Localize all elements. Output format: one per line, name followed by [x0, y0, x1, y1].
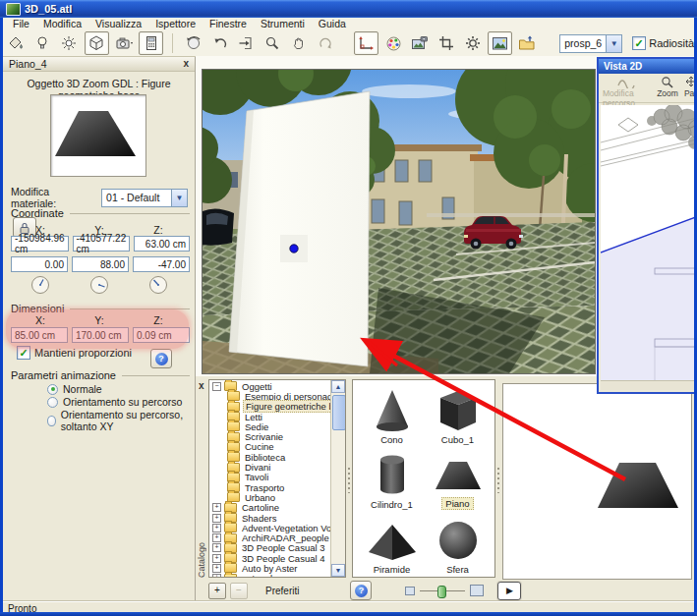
view-select-arrow-icon[interactable]: ▼ — [606, 35, 621, 52]
menu-modifica[interactable]: Modifica — [37, 18, 87, 30]
gallery-item-cono[interactable]: Cono — [359, 382, 425, 447]
menu-visualizza[interactable]: Visualizza — [89, 18, 147, 30]
menu-file[interactable]: File — [7, 18, 35, 30]
zoom-tool[interactable]: Zoom — [657, 76, 678, 98]
rotation-dial-z[interactable] — [148, 275, 168, 295]
radio-orientamento-xy-control[interactable] — [47, 416, 56, 426]
inspector-titlebar[interactable]: Piano_4 x — [3, 57, 195, 72]
vista-2d-hscrollbar[interactable] — [601, 380, 697, 390]
radio-normale-control[interactable] — [47, 384, 58, 395]
catalog-tab-label: Catalogo — [197, 542, 206, 578]
radio-orientamento-percorso[interactable]: Orientamento su percorso — [47, 396, 182, 408]
material-select[interactable]: 01 - Default ▼ — [101, 189, 188, 207]
radio-normale[interactable]: Normale — [47, 383, 102, 395]
position-y-field[interactable]: -410577.22 cm — [73, 236, 131, 252]
expand-icon[interactable]: + — [212, 533, 221, 542]
expand-icon[interactable]: + — [212, 514, 221, 523]
rotation-fields: 0.00 88.00 -47.00 — [11, 256, 190, 272]
expand-icon[interactable]: + — [212, 543, 221, 552]
modifica-percorso-tool[interactable]: Modifica percorso — [603, 76, 651, 108]
crop-icon[interactable] — [435, 32, 457, 54]
rotate-view-icon[interactable] — [315, 32, 337, 54]
collapse-icon[interactable]: − — [212, 382, 221, 391]
view-select[interactable]: prosp_6 ▼ — [559, 34, 622, 53]
tree-item[interactable]: +auto_alex — [210, 574, 330, 578]
gallery-item-piramide[interactable]: Piramide — [359, 512, 425, 577]
path-wave-icon — [616, 76, 638, 88]
object-gallery[interactable]: Cono Cubo_1 Cilindro_1 Piano Piramide Sf… — [352, 379, 495, 578]
expand-icon[interactable]: + — [212, 524, 221, 532]
shaders-palette-icon[interactable] — [382, 32, 405, 54]
axes-icon[interactable] — [354, 31, 378, 55]
position-x-field[interactable]: -150984.96 cm — [11, 236, 69, 252]
cone-icon — [369, 387, 416, 432]
gallery-item-cilindro[interactable]: Cilindro_1 — [359, 447, 425, 512]
menu-ispettore[interactable]: Ispettore — [149, 18, 202, 30]
material-select-arrow-icon[interactable]: ▼ — [171, 190, 187, 206]
scroll-down-icon[interactable]: ▼ — [331, 564, 345, 577]
menu-finestre[interactable]: Finestre — [203, 18, 253, 30]
dimension-z-field[interactable]: 0.09 cm — [133, 327, 190, 343]
radio-orientamento-xy[interactable]: Orientamento su percorso, soltanto XY — [47, 409, 195, 432]
pan-hand-icon[interactable] — [288, 32, 311, 54]
expand-icon[interactable]: + — [212, 564, 221, 573]
render-panel-icon[interactable] — [139, 31, 163, 55]
scroll-thumb[interactable] — [332, 395, 346, 430]
catalog-help-button[interactable]: ? — [350, 581, 372, 600]
gallery-preview-splitter[interactable] — [495, 379, 501, 578]
rotation-dials — [11, 275, 188, 295]
play-button[interactable]: ▶ — [497, 582, 521, 600]
expand-icon[interactable]: + — [212, 574, 221, 578]
catalog-help-icon: ? — [355, 585, 368, 597]
help-button[interactable]: ? — [150, 349, 172, 368]
object-preview — [50, 94, 146, 177]
rotation-dial-y[interactable] — [89, 275, 109, 295]
catalog-close-icon[interactable]: x — [199, 381, 204, 391]
slider-thumb[interactable] — [437, 586, 446, 598]
export-folder-icon[interactable] — [516, 32, 539, 54]
undo-icon[interactable] — [208, 32, 231, 54]
radiosity-checkbox[interactable]: ✓ — [632, 36, 646, 50]
inspector-close-icon[interactable]: x — [183, 59, 189, 69]
rotation-z-field[interactable]: -47.00 — [133, 256, 190, 272]
tree-scrollbar[interactable]: ▲ ▼ — [330, 380, 345, 577]
menu-guida[interactable]: Guida — [313, 18, 352, 30]
position-z-field[interactable]: 63.00 cm — [134, 236, 190, 252]
orbit-icon[interactable] — [182, 32, 204, 54]
rotation-dial-x[interactable] — [30, 275, 50, 295]
radio-orientamento-percorso-control[interactable] — [47, 397, 58, 408]
menu-strumenti[interactable]: Strumenti — [255, 18, 311, 30]
settings-gear-icon[interactable] — [461, 32, 484, 54]
gallery-item-sfera[interactable]: Sfera — [425, 512, 491, 577]
dimension-x-field[interactable]: 85.00 cm — [11, 327, 68, 343]
render-3d-scene[interactable] — [202, 69, 596, 374]
box-3d-icon[interactable] — [85, 31, 109, 55]
add-button[interactable]: + — [208, 583, 226, 599]
magnifier-icon[interactable] — [261, 32, 284, 54]
selected-object-preview[interactable] — [502, 383, 692, 580]
snapshot-icon[interactable] — [409, 32, 432, 54]
light-bulb-icon[interactable] — [31, 32, 54, 54]
thumbnail-size-slider — [405, 585, 484, 596]
fill-bucket-icon[interactable] — [5, 32, 28, 54]
keep-proportions-checkbox[interactable]: ✓ — [17, 346, 30, 360]
enter-view-icon[interactable] — [235, 32, 258, 54]
catalog-tree[interactable]: −Oggetti Esempio di personaggi animati F… — [208, 379, 346, 578]
render-image-icon[interactable] — [488, 31, 512, 55]
dimension-y-field[interactable]: 170.00 cm — [72, 327, 129, 343]
rotation-y-field[interactable]: 88.00 — [72, 256, 129, 272]
sun-icon[interactable] — [58, 32, 81, 54]
vista-2d-title: Vista 2D — [604, 61, 642, 72]
slider-track[interactable] — [420, 590, 465, 591]
remove-button[interactable]: − — [230, 583, 248, 599]
expand-icon[interactable]: + — [212, 503, 221, 512]
gallery-item-piano[interactable]: Piano — [425, 447, 491, 512]
expand-icon[interactable]: + — [212, 554, 221, 563]
rotation-x-field[interactable]: 0.00 — [11, 256, 68, 272]
gallery-item-cubo[interactable]: Cubo_1 — [425, 382, 491, 447]
scroll-up-icon[interactable]: ▲ — [331, 380, 345, 393]
camera-icon[interactable] — [113, 32, 136, 54]
vista-2d-titlebar[interactable]: Vista 2D — [599, 59, 697, 74]
window-frame-bottom — [0, 612, 697, 616]
vista-2d-canvas[interactable] — [601, 105, 697, 382]
